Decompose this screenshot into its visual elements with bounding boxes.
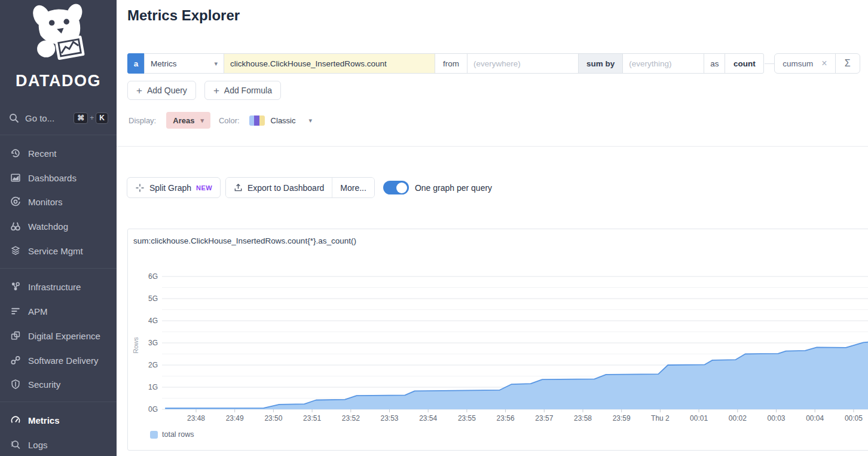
datadog-dog-icon <box>23 4 94 66</box>
sidebar-item-service-mgmt[interactable]: Service Mgmt <box>0 239 117 263</box>
datadog-logo[interactable] <box>0 4 117 68</box>
svg-text:3G: 3G <box>148 339 158 347</box>
recent-icon <box>10 148 21 159</box>
svg-text:00:05: 00:05 <box>845 414 863 422</box>
chevron-down-icon[interactable]: ▾ <box>309 117 313 124</box>
add-formula-button[interactable]: + Add Formula <box>204 81 281 100</box>
sigma-icon: Σ <box>845 58 851 69</box>
metrics-explorer-app: DATADOG Go to... ⌘ + K Recent <box>0 0 868 456</box>
new-badge: NEW <box>196 184 212 191</box>
brand-wordmark: DATADOG <box>0 72 117 90</box>
as-label: as <box>704 53 725 74</box>
sidebar-item-logs[interactable]: Logs <box>0 433 117 456</box>
svg-text:00:02: 00:02 <box>729 414 747 422</box>
sidebar-item-metrics[interactable]: Metrics <box>0 408 117 432</box>
digital-experience-icon <box>10 330 21 342</box>
svg-text:5G: 5G <box>148 294 158 303</box>
chart-legend[interactable]: total rows <box>150 430 194 439</box>
sidebar-divider <box>0 268 117 269</box>
svg-text:23:52: 23:52 <box>342 414 360 422</box>
query-builder-row: a Metrics ▾ clickhouse.ClickHouse_Insert… <box>127 53 860 74</box>
sidebar-item-watchdog[interactable]: Watchdog <box>0 214 117 238</box>
goto-shortcut: ⌘ + K <box>74 113 108 124</box>
sidebar-item-label: APM <box>28 306 48 317</box>
display-type-dropdown[interactable]: Areas ▾ <box>166 112 210 129</box>
sidebar-item-digital-experience[interactable]: Digital Experience <box>0 324 117 348</box>
add-function-button[interactable]: Σ <box>835 54 860 73</box>
k-key-badge: K <box>96 113 108 124</box>
svg-text:00:04: 00:04 <box>806 414 824 422</box>
infrastructure-icon <box>10 281 21 293</box>
export-label: Export to Dashboard <box>247 183 324 193</box>
svg-text:23:50: 23:50 <box>264 414 282 422</box>
monitors-icon <box>10 196 21 208</box>
function-name: cumsum <box>783 59 813 68</box>
legend-swatch <box>150 431 158 439</box>
split-graph-button[interactable]: Split Graph NEW <box>127 177 221 198</box>
aggregator-dropdown[interactable]: count <box>725 53 764 74</box>
sidebar-item-label: Service Mgmt <box>28 246 83 256</box>
sum-by-input[interactable]: (everything) <box>622 53 704 74</box>
add-query-button[interactable]: + Add Query <box>127 81 196 100</box>
svg-text:23:51: 23:51 <box>303 414 321 422</box>
sidebar-item-apm[interactable]: APM <box>0 299 117 323</box>
svg-text:23:55: 23:55 <box>458 414 476 422</box>
svg-text:23:54: 23:54 <box>419 414 437 422</box>
sidebar-item-software-delivery[interactable]: Software Delivery <box>0 348 117 372</box>
split-graph-label: Split Graph <box>149 183 191 193</box>
svg-text:1G: 1G <box>148 383 158 391</box>
svg-text:Thu 2: Thu 2 <box>651 414 670 422</box>
svg-text:23:53: 23:53 <box>380 414 398 422</box>
watchdog-icon <box>10 221 21 232</box>
plus-icon: + <box>136 86 142 96</box>
sidebar-divider <box>0 402 117 402</box>
sidebar-item-dashboards[interactable]: Dashboards <box>0 166 117 190</box>
function-pill[interactable]: cumsum × <box>775 54 835 73</box>
chevron-down-icon: ▾ <box>214 60 218 68</box>
more-button[interactable]: More... <box>332 178 374 197</box>
display-options-row: Display: Areas ▾ Color: Classic ▾ <box>129 111 312 129</box>
export-to-dashboard-button[interactable]: Export to Dashboard <box>226 178 332 197</box>
from-filter-input[interactable]: (everywhere) <box>467 53 579 74</box>
svg-text:00:01: 00:01 <box>690 414 708 422</box>
apm-icon <box>10 306 21 317</box>
graph-toolbar: Split Graph NEW Export to Dashboard More… <box>127 177 492 198</box>
one-graph-per-query-toggle[interactable] <box>383 181 409 194</box>
timeseries-chart[interactable]: 0G1G2G3G4G5G6G23:4823:4923:5023:5123:522… <box>128 257 868 437</box>
color-label: Color: <box>219 116 240 125</box>
color-palette-swatch[interactable] <box>249 115 265 126</box>
color-palette-value: Classic <box>271 116 296 125</box>
search-icon <box>8 113 20 124</box>
query-letter-badge[interactable]: a <box>127 53 145 74</box>
metrics-icon <box>10 415 21 426</box>
sidebar-item-security[interactable]: Security <box>0 372 117 396</box>
svg-text:23:49: 23:49 <box>226 414 244 422</box>
sidebar-item-label: Digital Experience <box>28 331 100 341</box>
function-group: cumsum × Σ <box>774 53 860 74</box>
close-icon[interactable]: × <box>821 59 827 68</box>
sidebar-item-infrastructure[interactable]: Infrastructure <box>0 275 117 299</box>
svg-text:0G: 0G <box>148 405 158 414</box>
metric-name-input[interactable]: clickhouse.ClickHouse_InsertedRows.count <box>224 53 435 74</box>
data-source-value: Metrics <box>151 59 177 68</box>
legend-label: total rows <box>162 430 194 439</box>
export-icon <box>234 183 243 192</box>
sidebar-item-recent[interactable]: Recent <box>0 141 117 165</box>
data-source-dropdown[interactable]: Metrics ▾ <box>144 53 224 74</box>
plus-icon: + <box>213 86 219 96</box>
dashboards-icon <box>10 172 21 184</box>
sum-by-label[interactable]: sum by <box>578 53 623 74</box>
sidebar-item-label: Watchdog <box>28 221 68 232</box>
display-type-value: Areas <box>173 116 194 125</box>
svg-text:4G: 4G <box>148 317 158 325</box>
svg-text:2G: 2G <box>148 361 158 369</box>
sidebar-item-label: Dashboards <box>28 173 77 183</box>
one-graph-per-query-label: One graph per query <box>415 183 492 193</box>
sidebar-item-monitors[interactable]: Monitors <box>0 190 117 214</box>
software-delivery-icon <box>10 355 21 366</box>
more-label: More... <box>340 183 366 193</box>
svg-text:23:48: 23:48 <box>187 414 205 422</box>
svg-text:23:56: 23:56 <box>497 414 515 422</box>
goto-search[interactable]: Go to... ⌘ + K <box>0 109 117 127</box>
graph-query-title: sum:clickhouse.ClickHouse_InsertedRows.c… <box>133 236 356 245</box>
